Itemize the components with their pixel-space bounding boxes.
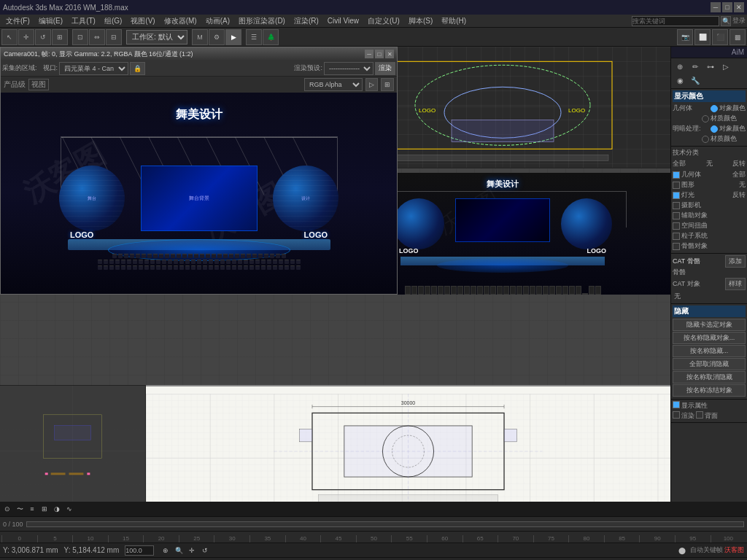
window-controls[interactable]: ─ □ ✕ xyxy=(711,2,744,12)
highlight-radio-mat[interactable] xyxy=(702,136,709,143)
motion-icon[interactable]: ▷ xyxy=(719,60,733,73)
geometry-radio-mat[interactable] xyxy=(702,115,709,122)
helpers-checkbox[interactable] xyxy=(673,212,680,219)
workspace-dropdown[interactable]: 工作区: 默认 xyxy=(126,30,187,44)
render-toggle-cb[interactable] xyxy=(673,411,680,419)
timeline-track[interactable] xyxy=(26,521,744,527)
rotate-button[interactable]: ↺ xyxy=(35,29,51,45)
layer-manager-button[interactable]: ☰ xyxy=(246,29,262,45)
hide-by-name-button[interactable]: 按名称隐藏对象... xyxy=(673,332,746,344)
viewport-lock-button[interactable]: 🔒 xyxy=(130,62,145,75)
unhide-all-button[interactable]: 全部取消隐藏 xyxy=(673,358,746,370)
viewport-nav-icon[interactable]: ⊕ xyxy=(160,545,171,556)
bones-checkbox[interactable] xyxy=(673,243,680,250)
modify-icon[interactable]: ✏ xyxy=(688,60,703,73)
snap-button[interactable]: ⊡ xyxy=(72,29,88,45)
hide-selected-button[interactable]: 隐藏卡选定对象 xyxy=(673,319,746,331)
persp-glow xyxy=(437,258,568,273)
viewport-pan-icon[interactable]: ✛ xyxy=(186,545,198,556)
utilities-icon[interactable]: 🔧 xyxy=(688,74,703,87)
menu-animation[interactable]: 动画(A) xyxy=(201,15,234,27)
sample-button[interactable]: 样球 xyxy=(725,278,746,290)
show-toggle-cb[interactable] xyxy=(673,401,680,408)
maximize-button[interactable]: □ xyxy=(722,2,732,12)
render-button[interactable]: ▶ xyxy=(225,29,241,45)
seat xyxy=(238,265,242,270)
lights-checkbox[interactable] xyxy=(673,192,680,199)
menu-file[interactable]: 文件(F) xyxy=(1,15,34,27)
geometry-checkbox[interactable] xyxy=(673,171,680,179)
search-input[interactable] xyxy=(632,16,719,26)
render-preset-select[interactable]: -------------- xyxy=(324,62,374,75)
front-view-button[interactable]: ▩ xyxy=(729,29,746,45)
cam-close-button[interactable]: ✕ xyxy=(385,50,394,58)
unhide-name-button[interactable]: 按名称取消隐藏 xyxy=(673,371,746,384)
shapes-checkbox[interactable] xyxy=(673,182,680,189)
material-editor-button[interactable]: M xyxy=(192,29,208,45)
select-button[interactable]: ↖ xyxy=(1,29,18,45)
zoom-input[interactable] xyxy=(125,545,154,556)
scale-button[interactable]: ⊞ xyxy=(52,29,68,45)
bones-check-row: 骨骼对象 xyxy=(673,241,746,251)
seat xyxy=(127,260,131,264)
close-button[interactable]: ✕ xyxy=(734,2,744,12)
viewport-zoom-icon[interactable]: 🔍 xyxy=(173,545,185,556)
hierarchy-icon[interactable]: ⊶ xyxy=(703,60,718,73)
space-warps-checkbox[interactable] xyxy=(673,222,680,230)
search-icon[interactable]: 🔍 xyxy=(721,16,731,26)
seat xyxy=(267,260,271,264)
menu-rendering[interactable]: 渲染(R) xyxy=(290,15,323,27)
back-toggle-cb[interactable] xyxy=(696,411,703,419)
highlight-radio-obj[interactable] xyxy=(711,125,718,133)
top-view-button[interactable]: ⬛ xyxy=(712,29,728,45)
menu-edit[interactable]: 编辑(E) xyxy=(34,15,67,27)
display-icon[interactable]: ◉ xyxy=(673,74,687,87)
seat xyxy=(203,260,207,264)
mirror-button[interactable]: ⇔ xyxy=(89,29,105,45)
viewport-select[interactable]: 四元菜单 4 - Can xyxy=(59,62,128,75)
channel-button[interactable]: ⊞ xyxy=(381,78,394,91)
render-button[interactable]: 渲染 xyxy=(375,62,395,75)
menu-view[interactable]: 视图(V) xyxy=(126,15,159,27)
move-button[interactable]: ✛ xyxy=(18,29,34,45)
geometry-radio-obj[interactable] xyxy=(711,105,718,112)
menu-scripting[interactable]: 脚本(S) xyxy=(404,15,437,27)
perspective-view-button[interactable]: ⬜ xyxy=(694,29,711,45)
particles-checkbox[interactable] xyxy=(673,233,680,240)
scene-explorer-button[interactable]: 🌲 xyxy=(263,29,279,45)
minimize-button[interactable]: ─ xyxy=(711,2,721,12)
render-setup-button[interactable]: ⚙ xyxy=(209,29,225,45)
cameras-checkbox[interactable] xyxy=(673,202,680,209)
cat-object-row: CAT 对象 样球 xyxy=(673,278,746,290)
seat xyxy=(162,260,166,264)
orbit-icon[interactable]: ↺ xyxy=(199,545,211,556)
create-icon[interactable]: ⊕ xyxy=(673,60,687,73)
menu-help[interactable]: 帮助(H) xyxy=(437,15,471,27)
rgb-alpha-select[interactable]: RGB Alpha xyxy=(304,78,363,91)
cam-min-button[interactable]: ─ xyxy=(365,50,374,58)
display-toggle[interactable]: ▷ xyxy=(365,78,378,91)
small-nav-viewport xyxy=(0,385,146,516)
left-screen-ball: 舞台 xyxy=(59,166,125,231)
auto-key-icon[interactable]: ⬤ xyxy=(676,545,689,556)
camera-view-button[interactable]: 📷 xyxy=(677,29,693,45)
menu-civil-view[interactable]: Civil View xyxy=(323,16,363,26)
seat xyxy=(214,260,219,264)
camera-viewport-window[interactable]: Camera001, 帧: 0, 显示 Gamma: 2.2, RGBA 颜色 … xyxy=(0,47,398,295)
obj-color-label: 对象颜色 xyxy=(719,104,746,113)
menu-customize[interactable]: 自定义(U) xyxy=(363,15,404,27)
hide-all-button[interactable]: 按名称隐藏... xyxy=(673,345,746,357)
menu-group[interactable]: 组(G) xyxy=(100,15,126,27)
camera-window-controls[interactable]: ─ □ ✕ xyxy=(365,50,394,58)
cam-max-button[interactable]: □ xyxy=(375,50,384,58)
freeze-by-name-button[interactable]: 按名称冻结对象 xyxy=(673,384,746,397)
menu-tools[interactable]: 工具(T) xyxy=(67,15,100,27)
menu-graph-editors[interactable]: 图形渲染器(D) xyxy=(234,15,290,27)
menu-modifiers[interactable]: 修改器(M) xyxy=(160,15,201,27)
align-button[interactable]: ⊟ xyxy=(106,29,122,45)
seat xyxy=(197,265,201,270)
seat xyxy=(115,260,120,264)
cameras-check-row: 摄影机 xyxy=(673,201,746,210)
seat xyxy=(153,254,158,258)
cat-add-button[interactable]: 添加 xyxy=(725,255,746,268)
